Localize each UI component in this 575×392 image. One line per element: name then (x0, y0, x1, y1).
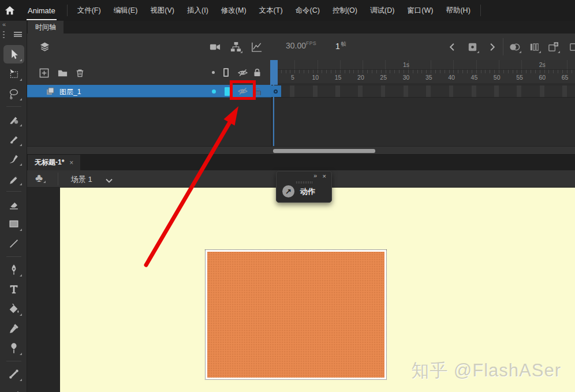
timeline-scrollbar-thumb[interactable] (273, 149, 375, 153)
ruler-second-label: 1s (403, 61, 409, 68)
pencil-tool[interactable] (3, 169, 24, 188)
rigging-tool[interactable] (3, 384, 24, 392)
fps-display[interactable]: 30.00FPS (286, 40, 316, 50)
shape-fill (207, 252, 384, 378)
lasso-tool[interactable] (3, 84, 24, 103)
menu-item[interactable]: 控制(O) (326, 0, 364, 21)
layer-highlight-dot-icon[interactable] (212, 89, 216, 94)
layer-page-icon (46, 87, 55, 96)
keyframe-cell[interactable] (270, 85, 281, 97)
toolbar-menu-icon[interactable] (14, 32, 22, 37)
scene-nav-icon[interactable]: ♣ (35, 171, 43, 185)
menu-item[interactable]: 文件(F) (71, 0, 107, 21)
actions-arrow-icon: ↗ (282, 185, 294, 197)
menu-item[interactable]: 文本(T) (253, 0, 289, 21)
document-title: 无标题-1* (35, 158, 64, 167)
paint-bucket-tool[interactable] (3, 300, 24, 318)
ruler-second-label: 2s (539, 61, 546, 68)
next-frame-icon[interactable] (485, 40, 499, 54)
menu-item[interactable]: 插入(I) (181, 0, 215, 21)
layer-outline-icon[interactable] (225, 87, 230, 96)
tab-timeline[interactable]: 时间轴 (28, 21, 64, 33)
ruler-frame-number: 55 (516, 74, 523, 81)
selected-shape[interactable] (205, 249, 387, 380)
panel-close-icon[interactable]: × (323, 173, 326, 180)
tools-divider (6, 106, 21, 107)
stage[interactable]: 知乎 @FlashASer (60, 188, 575, 392)
menu-divider (480, 5, 481, 16)
prev-frame-icon[interactable] (445, 40, 459, 54)
timeline-ruler-seconds: 1s2s (272, 60, 575, 70)
timeline-ruler[interactable]: 5101520253035404550556065 (272, 70, 575, 83)
delete-layer-icon[interactable] (72, 65, 87, 80)
watermark: 知乎 @FlashASer (411, 359, 561, 383)
onion-outline-icon[interactable] (527, 40, 541, 54)
ruler-frame-number: 40 (448, 74, 455, 81)
scene-name[interactable]: 场景 1 (71, 174, 92, 185)
timeline-frames-area[interactable]: 1s2s 5101520253035404550556065 (271, 60, 575, 146)
actions-label: 动作 (300, 186, 315, 197)
close-icon[interactable]: × (69, 159, 73, 167)
app-tab-animate[interactable]: Animate (20, 0, 64, 21)
layer-name[interactable]: 图层_1 (59, 87, 81, 97)
scene-dropdown-icon[interactable] (105, 176, 113, 186)
menu-item[interactable]: 帮助(H) (439, 0, 476, 21)
pen-tool[interactable] (3, 260, 24, 279)
insert-frame-icon[interactable] (546, 40, 560, 54)
home-icon[interactable] (0, 0, 20, 21)
timeline-scrollbar (27, 146, 575, 155)
annotation-highlight-box (230, 80, 256, 100)
pasteboard[interactable] (27, 188, 60, 392)
camera-icon[interactable] (208, 40, 222, 54)
actions-panel[interactable]: ›› × ↗ 动作 (276, 171, 332, 203)
onion-skin-icon[interactable] (507, 40, 521, 54)
text-tool[interactable] (3, 280, 24, 298)
current-frame-display: 1帧 (335, 40, 346, 51)
drag-handle-icon[interactable] (3, 31, 5, 38)
selection-tool[interactable] (3, 45, 24, 64)
tools-divider (6, 361, 21, 361)
layers-stack-icon[interactable] (38, 40, 51, 54)
new-layer-icon[interactable] (36, 65, 51, 80)
new-folder-icon[interactable] (55, 65, 70, 80)
paint-brush-tool[interactable] (3, 150, 24, 168)
actions-item[interactable]: ↗ 动作 (282, 185, 315, 197)
menu-bar: Animate 文件(F)编辑(E)视图(V)插入(I)修改(M)文本(T)命令… (0, 0, 575, 21)
menu-item[interactable]: 命令(C) (289, 0, 326, 21)
menu-item[interactable]: 窗口(W) (401, 0, 439, 21)
visibility-icon[interactable] (237, 68, 248, 77)
menu-divider (67, 5, 68, 16)
menu-item[interactable]: 修改(M) (215, 0, 253, 21)
panel-grip-icon[interactable] (296, 181, 312, 184)
graph-editor-icon[interactable] (249, 40, 263, 54)
ruler-frame-number: 5 (291, 74, 294, 81)
hierarchy-icon[interactable] (229, 40, 242, 54)
center-frame-icon[interactable] (465, 40, 479, 54)
playhead[interactable] (270, 60, 278, 85)
collapse-panel-icon[interactable]: « (2, 21, 5, 28)
outline-icon[interactable] (223, 68, 229, 77)
panel-collapse-icon[interactable]: ›› (313, 173, 316, 179)
ruler-frame-number: 45 (471, 74, 478, 81)
classic-brush-tool[interactable] (3, 130, 24, 148)
line-tool[interactable] (3, 234, 24, 253)
eyedropper-tool[interactable] (3, 319, 24, 338)
ruler-frame-number: 30 (403, 74, 410, 81)
bone-tool[interactable] (3, 365, 24, 383)
ruler-frame-number: 10 (312, 74, 319, 81)
ruler-frame-number: 15 (335, 74, 342, 81)
highlight-dot-icon[interactable] (212, 71, 215, 74)
lock-icon[interactable] (253, 68, 261, 77)
ruler-frame-number: 65 (562, 74, 569, 81)
edit-multiple-frames-icon[interactable] (567, 40, 575, 54)
asset-warp-tool[interactable] (3, 339, 24, 357)
subselection-tool[interactable] (3, 65, 24, 83)
rectangle-tool[interactable] (3, 215, 24, 233)
fluid-brush-tool[interactable] (3, 110, 24, 129)
eraser-tool[interactable] (3, 195, 24, 214)
document-tab[interactable]: 无标题-1* × (28, 155, 80, 170)
menu-item[interactable]: 编辑(E) (107, 0, 144, 21)
menu-item[interactable]: 调试(D) (364, 0, 401, 21)
menu-item[interactable]: 视图(V) (144, 0, 181, 21)
layer-frame-track[interactable] (272, 85, 575, 98)
